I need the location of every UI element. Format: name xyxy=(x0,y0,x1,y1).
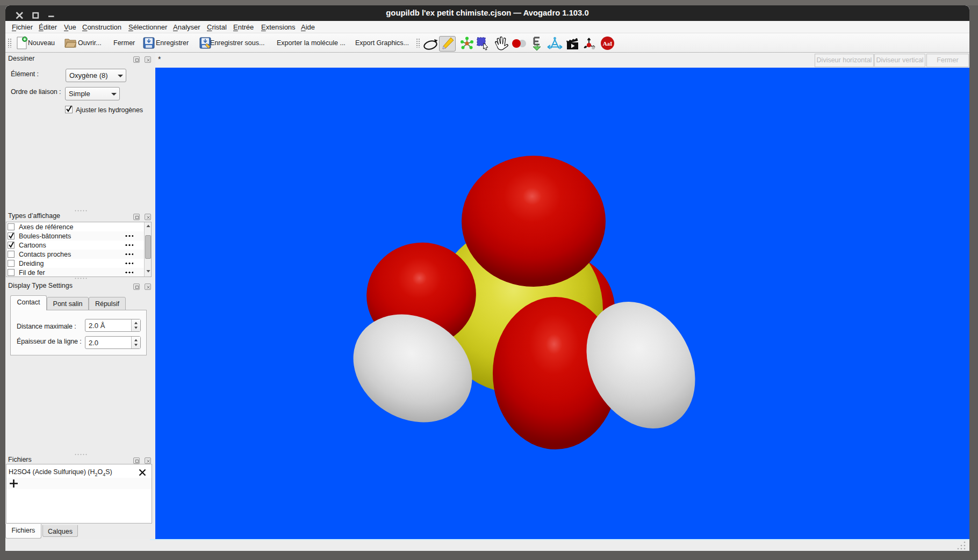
svg-text:AaI: AaI xyxy=(603,40,613,47)
